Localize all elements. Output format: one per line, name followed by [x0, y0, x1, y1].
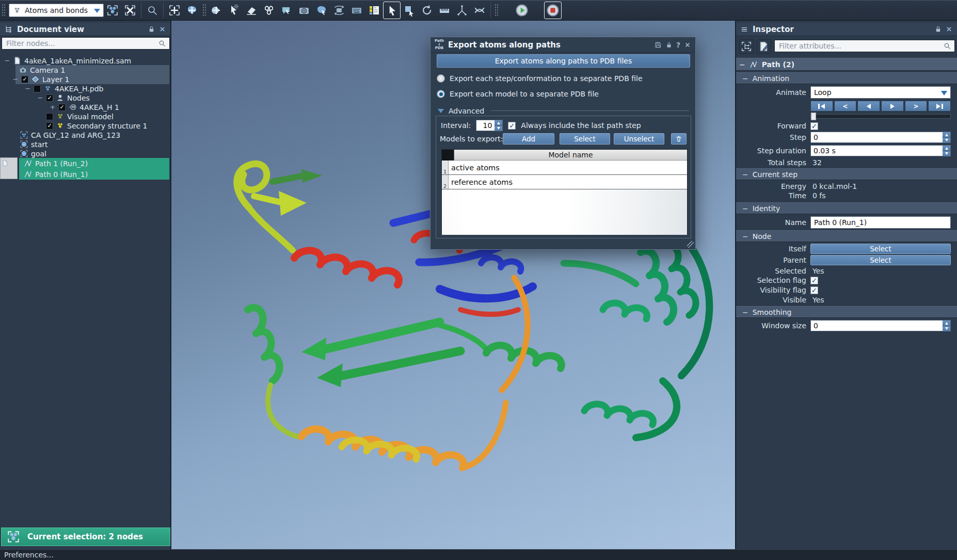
- tree-row-path-0[interactable]: Path 0 (Run_1): [0, 169, 169, 180]
- window-size-spinbox[interactable]: [810, 320, 951, 331]
- collapse-icon[interactable]: −: [739, 60, 745, 69]
- collapse-icon[interactable]: −: [742, 308, 748, 316]
- model-name-cell[interactable]: reference atoms: [449, 175, 687, 189]
- section-node[interactable]: − Node: [736, 230, 957, 242]
- tree-row-nodes[interactable]: − ✓ Nodes: [0, 93, 169, 103]
- tree-row-goal[interactable]: goal: [0, 149, 169, 158]
- visibility-checkbox[interactable]: ✓: [21, 76, 28, 83]
- add-atom-button[interactable]: [208, 2, 225, 19]
- select-button[interactable]: Select: [560, 133, 610, 145]
- angle-button[interactable]: [453, 2, 471, 19]
- step-spinbox[interactable]: [810, 132, 951, 143]
- delete-button[interactable]: [671, 133, 687, 145]
- section-path[interactable]: − Path (2): [736, 58, 957, 71]
- forward-checkbox[interactable]: ✓: [810, 122, 818, 130]
- visibility-checkbox[interactable]: ✓: [46, 122, 53, 130]
- keyboard-shortcuts-button[interactable]: [348, 2, 365, 19]
- close-icon[interactable]: [684, 41, 691, 49]
- add-group-button[interactable]: [166, 2, 183, 19]
- record-button[interactable]: [544, 2, 562, 19]
- play-button[interactable]: [513, 2, 531, 19]
- collapse-icon[interactable]: −: [12, 75, 19, 83]
- collapse-icon[interactable]: −: [37, 94, 43, 102]
- step-slider[interactable]: [810, 114, 951, 119]
- table-row[interactable]: 1 active atoms: [442, 161, 687, 175]
- rectangle-select-button[interactable]: [401, 2, 418, 19]
- step-backward-button[interactable]: [857, 101, 880, 111]
- menu-icon[interactable]: [740, 25, 748, 34]
- model-name-column-header[interactable]: Model name: [454, 150, 687, 161]
- advanced-section-toggle[interactable]: Advanced: [438, 105, 689, 116]
- step-duration-spinbox[interactable]: [810, 145, 951, 156]
- inspect-selection-button[interactable]: [739, 39, 754, 54]
- visibility-flag-checkbox[interactable]: ✓: [810, 286, 818, 294]
- filter-attributes-input[interactable]: [778, 41, 943, 51]
- visibility-checkbox[interactable]: [34, 85, 41, 92]
- collapse-icon[interactable]: −: [742, 232, 748, 241]
- toolbar-drag-handle[interactable]: [2, 4, 5, 17]
- close-icon[interactable]: [158, 25, 166, 33]
- toolbar-drag-handle[interactable]: [495, 4, 498, 17]
- current-selection-bar[interactable]: Current selection: 2 nodes: [1, 527, 170, 546]
- section-smoothing[interactable]: − Smoothing: [736, 306, 957, 318]
- zoom-button[interactable]: [143, 2, 161, 19]
- spin-up-icon[interactable]: [497, 120, 500, 124]
- window-size-input[interactable]: [811, 321, 943, 331]
- spin-down-icon[interactable]: [945, 139, 948, 143]
- unselect-button[interactable]: Unselect: [614, 133, 664, 145]
- filter-nodes-input[interactable]: [5, 39, 158, 48]
- measure-button[interactable]: [436, 2, 453, 19]
- rotate-tool-button[interactable]: [418, 2, 436, 19]
- spin-up-icon[interactable]: [945, 146, 948, 150]
- selection-filter-dropdown[interactable]: Atoms and bonds: [9, 4, 104, 17]
- animate-dropdown[interactable]: Loop: [810, 86, 951, 99]
- tree-row-start[interactable]: start: [0, 139, 169, 149]
- fast-backward-button[interactable]: <: [834, 101, 857, 111]
- step-duration-input[interactable]: [811, 146, 943, 156]
- add-node-button[interactable]: [183, 2, 201, 19]
- spin-up-icon[interactable]: [945, 132, 948, 136]
- select-parent-button[interactable]: Select: [810, 255, 951, 265]
- radio-icon[interactable]: [437, 74, 445, 83]
- tree-row-pdb[interactable]: − 4AKEA_H.pdb: [0, 84, 169, 93]
- radio-export-each-model[interactable]: Export each model to a separate PDB file: [437, 90, 599, 98]
- section-current-step[interactable]: − Current step: [736, 168, 957, 180]
- spin-up-icon[interactable]: [945, 321, 948, 325]
- tree-row-layer[interactable]: − ✓ Layer 1: [0, 74, 169, 84]
- twist-button[interactable]: [471, 2, 488, 19]
- visibility-checkbox[interactable]: ✓: [46, 94, 53, 102]
- radio-icon-selected[interactable]: [437, 90, 445, 98]
- pointer-settings-button[interactable]: [225, 2, 243, 19]
- collapse-icon[interactable]: −: [25, 85, 31, 92]
- save-icon[interactable]: [655, 41, 662, 49]
- orbit-camera-button[interactable]: [330, 2, 348, 19]
- table-corner-cell[interactable]: [442, 150, 454, 161]
- tree-row-selection-group[interactable]: CA GLY_12 and ARG_123: [0, 130, 169, 140]
- section-identity[interactable]: − Identity: [736, 202, 957, 214]
- step-input[interactable]: [811, 132, 943, 142]
- select-tool-button[interactable]: [383, 2, 401, 19]
- step-forward-button[interactable]: [881, 101, 904, 111]
- tree-row-visual-model[interactable]: Visual model: [0, 111, 169, 121]
- tree-row-secondary-structure[interactable]: ✓ Secondary structure 1: [0, 121, 169, 131]
- close-icon[interactable]: [945, 25, 953, 33]
- resize-grip[interactable]: [687, 241, 694, 248]
- snapshot-button[interactable]: [295, 2, 313, 19]
- collapse-icon[interactable]: −: [742, 170, 748, 179]
- visibility-checkbox[interactable]: [46, 113, 53, 120]
- include-last-checkbox[interactable]: ✓: [508, 122, 516, 130]
- toolbar-drag-handle[interactable]: [202, 4, 206, 17]
- preferences-menu-item[interactable]: Preferences...: [4, 551, 54, 559]
- spin-down-icon[interactable]: [945, 152, 948, 156]
- skip-to-end-button[interactable]: [928, 101, 951, 111]
- collapse-icon[interactable]: −: [4, 57, 10, 65]
- table-row[interactable]: 2 reference atoms: [442, 175, 687, 189]
- visibility-checkbox[interactable]: ✓: [58, 104, 66, 111]
- tree-row-path-1[interactable]: Path 1 (Run_2): [0, 158, 169, 169]
- spin-down-icon[interactable]: [945, 327, 948, 331]
- periodic-table-button[interactable]: [365, 2, 383, 19]
- tree-row-chain[interactable]: + ✓ 4AKEA_H 1: [0, 102, 169, 112]
- visual-preset-button[interactable]: [313, 2, 330, 19]
- eraser-button[interactable]: [243, 2, 260, 19]
- name-field[interactable]: [811, 217, 950, 228]
